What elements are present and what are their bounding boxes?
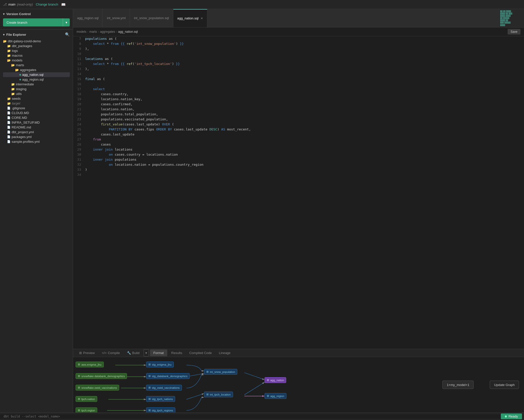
expand-tab-button[interactable]: ▾	[144, 349, 149, 357]
dbt-packages-folder[interactable]: 📁 dbt_packages	[3, 44, 70, 48]
update-graph-button[interactable]: Update Graph	[490, 381, 519, 389]
code-line-33: 33 )	[73, 167, 524, 172]
seeds-folder[interactable]: 📁 seeds	[3, 96, 70, 101]
node-agg-nation[interactable]: ⊞ agg_nation	[265, 377, 286, 383]
code-line-17: 17 select	[73, 87, 524, 92]
main-layout: ▾ Version Control Create branch ▾ ▾ File…	[0, 9, 524, 412]
command-input[interactable]	[0, 414, 501, 419]
node-stg-owid[interactable]: ⊞ stg_owid_vaccinations	[146, 385, 182, 391]
node-snowflake-owid[interactable]: ⊞ snowflake.owid_vaccinations	[76, 385, 119, 391]
change-branch-button[interactable]: Change branch	[36, 3, 58, 6]
core-md-file[interactable]: 📄 CORE.MD	[3, 115, 70, 120]
tab-int-snow-population[interactable]: int_snow_population.sql	[130, 9, 173, 27]
line-num-33: 33	[73, 167, 84, 172]
close-icon-tab[interactable]: ✕	[201, 17, 203, 20]
node-tpch-region[interactable]: ⊞ tpch.region	[76, 407, 97, 412]
line-num-25: 25	[73, 127, 84, 132]
compiled-code-tab-button[interactable]: Compiled Code	[186, 349, 215, 357]
tab-int-snow[interactable]: int_snow.yml	[103, 9, 130, 27]
lineage-tab-button[interactable]: Lineage	[216, 349, 234, 357]
breadcrumb-marts[interactable]: marts	[89, 30, 97, 33]
aggregates-folder[interactable]: 📂 aggregates	[3, 67, 70, 72]
packages-file[interactable]: 📄 packages.yml	[3, 134, 70, 139]
source-icon-aws: ⊞	[78, 363, 80, 366]
create-branch-dropdown-button[interactable]: ▾	[63, 18, 70, 26]
svg-line-10	[244, 382, 265, 395]
node-tpch-nation[interactable]: ⊞ tpch.nation	[76, 396, 97, 402]
preview-tab-button[interactable]: ⊞ Preview	[76, 349, 98, 357]
version-control-header[interactable]: ▾ Version Control	[3, 12, 70, 16]
agg-nation-file[interactable]: ◈ agg_nation.sql	[3, 72, 70, 77]
create-branch-button[interactable]: Create branch	[3, 18, 63, 26]
breadcrumb-models[interactable]: models	[77, 30, 86, 33]
staging-folder[interactable]: 📁 staging	[3, 87, 70, 91]
line-num-19: 19	[73, 97, 84, 102]
macros-folder[interactable]: 📁 macros	[3, 53, 70, 58]
readme-file[interactable]: 📄 README.md	[3, 125, 70, 130]
line-content-11: locations as (	[84, 56, 524, 61]
folder-icon-dbt: 📁	[7, 44, 11, 48]
utils-folder[interactable]: 📁 utils	[3, 91, 70, 96]
minimap: ██ ██ ████████ ██ ███████ ██████ ███████…	[499, 9, 524, 27]
node-stg-tpch-regions[interactable]: ⊞ stg_tpch_regions	[146, 407, 175, 412]
code-editor[interactable]: 7 populations as ( 8 select * from {{ re…	[73, 36, 524, 349]
node-int-tpch-location[interactable]: ⊞ int_tpch_location	[204, 392, 233, 397]
build-tab-button[interactable]: 🔧 Build	[124, 349, 143, 357]
marts-folder[interactable]: 📂 marts	[3, 63, 70, 67]
node-stg-tpch-nations[interactable]: ⊞ stg_tpch_nations	[146, 396, 175, 402]
tab-label-int-snow: int_snow.yml	[107, 16, 125, 20]
models-folder[interactable]: 📂 models	[3, 58, 70, 63]
line-num-34: 34	[73, 172, 84, 177]
sample-profiles-file[interactable]: 📄 sample.profiles.yml	[3, 139, 70, 144]
cloud-md-file[interactable]: 📄 CLOUD.MD	[3, 111, 70, 115]
gitignore-file[interactable]: 📄 .gitignore	[3, 106, 70, 111]
packages-label: packages.yml	[12, 135, 31, 139]
node-agg-region[interactable]: ⊞ agg_region	[265, 393, 286, 399]
node-stg-enigma[interactable]: ⊞ stg_enigma_jhu	[146, 362, 174, 367]
tab-agg-region[interactable]: agg_region.sql	[73, 9, 103, 27]
results-tab-button[interactable]: Results	[168, 349, 185, 357]
model-selector[interactable]: 1+my_model+1	[442, 381, 474, 389]
tab-agg-nation[interactable]: agg_nation.sql ✕	[173, 9, 208, 27]
line-num-15: 15	[73, 77, 84, 82]
agg-region-file[interactable]: ◈ agg_region.sql	[3, 77, 70, 82]
project-folder[interactable]: 📂 dbt-galaxy-covid-demo	[3, 39, 70, 44]
cloud-md-label: CLOUD.MD	[12, 111, 29, 115]
branch-name: main	[8, 3, 15, 6]
code-line-21: 21 locations.nation,	[73, 107, 524, 112]
line-content-23: populations.vaccinated_population,	[84, 117, 524, 122]
file-explorer-title[interactable]: ▾ File Explorer	[3, 33, 26, 37]
logs-folder[interactable]: 📁 logs	[3, 48, 70, 53]
intermediate-folder[interactable]: 📁 intermediate	[3, 82, 70, 87]
file-icon-cloud: 📄	[7, 111, 11, 115]
node-aws-enigma-jhu[interactable]: ⊞ aws.enigma_jhu	[76, 362, 104, 367]
search-icon[interactable]: 🔍	[65, 32, 70, 37]
breadcrumb-aggregates[interactable]: aggregates	[100, 30, 115, 33]
line-num-7: 7	[73, 36, 84, 41]
compile-tab-button[interactable]: </> Compile	[99, 349, 123, 357]
dbt-project-file[interactable]: 📄 dbt_project.yml	[3, 130, 70, 134]
chevron-down-icon: ▾	[3, 12, 5, 16]
line-num-18: 18	[73, 92, 84, 97]
target-folder[interactable]: 📁 target	[3, 101, 70, 106]
infra-setup-file[interactable]: 📄 INFRA_SETUP.MD	[3, 120, 70, 125]
folder-icon-staging: 📁	[11, 87, 15, 91]
code-line-15: 15 final as (	[73, 77, 524, 82]
active-icon-agg-nation: ⊞	[267, 378, 269, 382]
code-line-29: 29 inner join locations	[73, 147, 524, 152]
tab-bar: agg_region.sql int_snow.yml int_snow_pop…	[73, 9, 524, 27]
line-content-29: inner join locations	[84, 147, 524, 152]
node-stg-databank[interactable]: ⊞ stg_databank_demographics	[146, 373, 190, 379]
save-button[interactable]: Save	[508, 29, 520, 34]
staging-icon-tpch-regions: ⊞	[148, 409, 151, 412]
code-line-28: 28 cases	[73, 142, 524, 147]
build-icon: 🔧	[127, 351, 131, 355]
format-tab-button[interactable]: Format	[150, 349, 167, 356]
infra-setup-label: INFRA_SETUP.MD	[12, 121, 40, 124]
node-snowflake-databank[interactable]: ⊞ snowflake.databank_demographics	[76, 373, 127, 379]
code-line-24: 24 first_value(cases.last_update) OVER (	[73, 122, 524, 127]
line-num-14: 14	[73, 72, 84, 77]
project-name: dbt-galaxy-covid-demo	[8, 39, 41, 43]
node-int-snow-population[interactable]: ⊞ int_snow_population	[204, 369, 237, 375]
source-icon-tpch-nation: ⊞	[78, 397, 80, 401]
